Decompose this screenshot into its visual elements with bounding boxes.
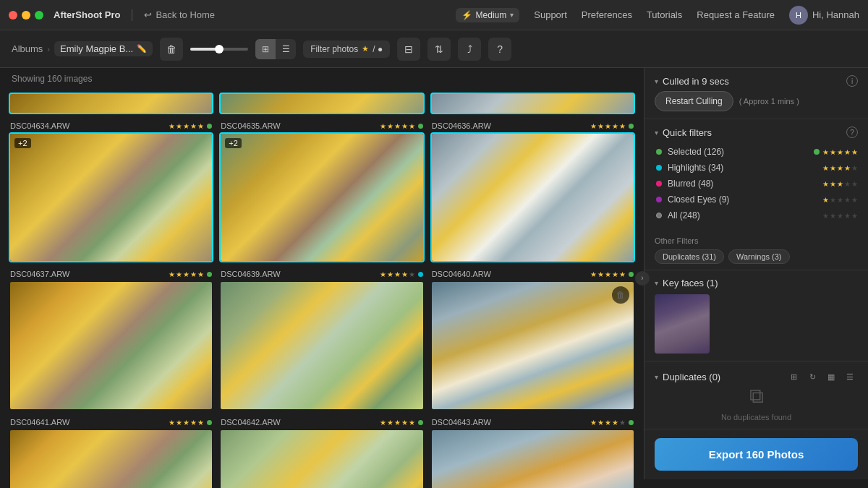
photo-badge-2: +2 <box>225 138 242 148</box>
filter-photos-button[interactable]: Filter photos ★ / ● <box>303 40 390 58</box>
edit-icon[interactable]: ✏️ <box>137 44 147 53</box>
quick-filters-header[interactable]: ▾ Quick filters ? <box>655 127 858 138</box>
dup-columns-icon[interactable]: ☰ <box>842 369 858 385</box>
tutorials-link[interactable]: Tutorials <box>647 9 682 20</box>
showing-label: Showing 160 images <box>0 68 644 90</box>
photo-image-5 <box>221 282 422 409</box>
stars-2: ★★★★★ <box>380 122 423 130</box>
album-name[interactable]: Emily Magpie B... ✏️ <box>54 41 153 56</box>
slider-track <box>190 48 248 51</box>
restart-culling-button[interactable]: Restart Culling <box>655 91 733 111</box>
selection-dot-8 <box>418 420 423 425</box>
filter-slash: / ● <box>373 44 383 54</box>
filter-highlights[interactable]: Highlights (34) ★★★★★ <box>655 160 858 176</box>
filter-options-button[interactable]: ⊟ <box>397 38 420 61</box>
albums-breadcrumb[interactable]: Albums <box>12 43 43 54</box>
photo-header-5: DSC04639.ARW ★★★★★ <box>219 268 424 281</box>
list-item[interactable]: DSC04635.ARW ★★★★★ +2 <box>216 117 427 265</box>
chevron-down-icon: ▾ <box>510 11 514 19</box>
list-item[interactable]: DSC04637.ARW ★★★★★ <box>6 265 216 414</box>
stars-1: ★★★★★ <box>169 122 212 130</box>
filter-all[interactable]: All (248) ★★★★★ <box>655 207 858 223</box>
photo-thumb-4[interactable] <box>9 281 213 411</box>
selected-stars: ★★★★★ <box>822 148 858 156</box>
photo-strip-2[interactable] <box>216 90 427 117</box>
list-item[interactable]: DSC04640.ARW ★★★★★ 🗑 <box>427 265 638 414</box>
key-faces-title: Key faces (1) <box>663 278 858 288</box>
photo-thumb-6[interactable]: 🗑 <box>430 281 635 411</box>
photo-header-1: DSC04634.ARW ★★★★★ <box>9 120 213 132</box>
photo-thumb-3[interactable] <box>430 132 635 262</box>
duplicates-title: Duplicates (0) <box>663 372 781 382</box>
filter-tags: Duplicates (31) Warnings (3) <box>655 249 858 264</box>
preferences-link[interactable]: Preferences <box>582 9 632 20</box>
quality-label: Medium <box>476 10 507 20</box>
culled-header[interactable]: ▾ Culled in 9 secs i <box>655 75 858 87</box>
fullscreen-button[interactable] <box>35 11 43 20</box>
list-item[interactable]: DSC04641.ARW ★★★★★ <box>6 414 216 488</box>
list-item[interactable]: DSC04634.ARW ★★★★★ +2 <box>6 117 216 265</box>
closed-eyes-label: Closed Eyes (9) <box>668 194 822 205</box>
selection-dot-1 <box>207 124 212 129</box>
duplicates-filter-tag[interactable]: Duplicates (31) <box>655 249 724 264</box>
sort-button[interactable]: ⇅ <box>427 38 451 61</box>
warnings-filter-tag[interactable]: Warnings (3) <box>728 249 790 264</box>
list-view-button[interactable]: ☰ <box>276 39 296 59</box>
share-button[interactable]: ⤴ <box>458 38 481 61</box>
filter-selected[interactable]: Selected (126) ★★★★★ <box>655 144 858 160</box>
photo-action-button-6[interactable]: 🗑 <box>612 286 629 304</box>
filename-2: DSC04635.ARW <box>221 121 280 130</box>
photo-thumb-1[interactable]: +2 <box>9 132 213 262</box>
photo-strip-1[interactable] <box>6 90 216 117</box>
photo-thumb-5[interactable] <box>219 281 424 411</box>
zoom-slider[interactable] <box>190 48 248 51</box>
dup-list-icon[interactable]: ▦ <box>823 369 839 385</box>
panel-collapse-button[interactable]: › <box>635 271 650 286</box>
list-item[interactable]: DSC04636.ARW ★★★★★ <box>427 117 638 265</box>
duplicates-header[interactable]: ▾ Duplicates (0) ⊞ ↻ ▦ ☰ <box>655 369 858 385</box>
quality-selector[interactable]: ⚡ Medium ▾ <box>456 8 520 22</box>
culled-title: Culled in 9 secs <box>663 76 842 87</box>
list-item[interactable]: DSC04642.ARW ★★★★★ <box>216 414 427 488</box>
dup-refresh-icon[interactable]: ↻ <box>804 369 820 385</box>
slider-thumb[interactable] <box>215 45 224 53</box>
filter-blurred[interactable]: Blurred (48) ★★★★★ <box>655 176 858 192</box>
dup-grid-icon[interactable]: ⊞ <box>786 369 801 385</box>
grid-view-button[interactable]: ⊞ <box>255 39 276 59</box>
titlebar-right: ⚡ Medium ▾ Support Preferences Tutorials… <box>456 6 859 25</box>
culled-section: ▾ Culled in 9 secs i Restart Culling ( A… <box>644 68 868 119</box>
close-button[interactable] <box>9 11 17 20</box>
face-thumbnail[interactable] <box>655 294 710 354</box>
selection-dot-2 <box>418 124 423 129</box>
key-faces-section: ▾ Key faces (1) <box>644 270 868 361</box>
photo-thumb-7[interactable] <box>9 429 213 488</box>
back-button[interactable]: ↩ Back to Home <box>144 9 215 20</box>
closed-eyes-stars: ★★★★★ <box>822 196 858 204</box>
delete-button[interactable]: 🗑 <box>160 38 183 61</box>
photo-thumb-2[interactable]: +2 <box>219 132 424 262</box>
photo-thumb-9[interactable] <box>430 429 635 488</box>
photo-thumb-8[interactable] <box>219 429 424 488</box>
photo-grid: DSC04634.ARW ★★★★★ +2 DSC04635.ARW ★ <box>0 117 644 488</box>
other-filters-section: Other Filters Duplicates (31) Warnings (… <box>644 231 868 270</box>
key-faces-header[interactable]: ▾ Key faces (1) <box>655 278 858 288</box>
request-feature-link[interactable]: Request a Feature <box>697 9 775 20</box>
all-dot <box>656 213 662 218</box>
quick-filters-help-icon[interactable]: ? <box>846 127 858 138</box>
list-item[interactable]: DSC04643.ARW ★★★★★ <box>427 414 638 488</box>
help-button[interactable]: ? <box>488 38 511 61</box>
list-item[interactable]: DSC04639.ARW ★★★★★ <box>216 265 427 414</box>
minimize-button[interactable] <box>22 11 30 20</box>
photo-image-4 <box>10 282 212 409</box>
support-link[interactable]: Support <box>534 9 567 20</box>
selected-end-dot <box>814 149 820 155</box>
filter-label: Filter photos <box>310 44 358 54</box>
duplicates-empty-state: ⧉ No duplicates found <box>655 385 858 421</box>
filter-closed-eyes[interactable]: Closed Eyes (9) ★★★★★ <box>655 192 858 207</box>
export-section: Export 160 Photos <box>644 429 868 479</box>
culled-info-icon[interactable]: i <box>846 75 858 87</box>
photo-grid-container[interactable]: Showing 160 images DSC04634.ARW ★★★★★ <box>0 68 644 488</box>
photo-strip-3[interactable] <box>427 90 638 117</box>
photo-image-3 <box>432 134 634 261</box>
export-button[interactable]: Export 160 Photos <box>655 438 858 471</box>
